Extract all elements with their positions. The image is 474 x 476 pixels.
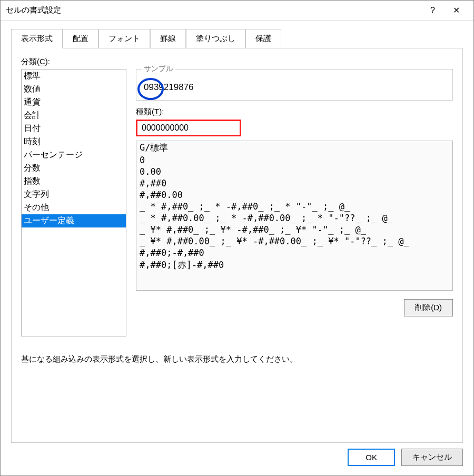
titlebar: セルの書式設定 ? ✕ — [1, 1, 473, 21]
tab-body: 分類(C): 標準 数値 通貨 会計 日付 時刻 パーセンテージ 分数 指数 文… — [11, 48, 463, 443]
list-item[interactable]: 標準 — [22, 70, 126, 83]
hint-text: 基になる組み込みの表示形式を選択し、新しい表示形式を入力してください。 — [21, 354, 453, 364]
format-item[interactable]: _ ¥* #,##0_ ;_ ¥* -#,##0_ ;_ ¥* "-"_ ;_ … — [136, 224, 452, 235]
tab-border[interactable]: 罫線 — [150, 29, 186, 48]
list-item[interactable]: 数値 — [22, 83, 126, 96]
list-item[interactable]: 分数 — [22, 162, 126, 175]
cancel-button[interactable]: キャンセル — [401, 449, 463, 466]
list-item[interactable]: その他 — [22, 201, 126, 214]
tab-number-format[interactable]: 表示形式 — [11, 29, 63, 48]
ok-button[interactable]: OK — [348, 449, 395, 466]
type-input[interactable] — [136, 120, 241, 136]
list-item[interactable]: 日付 — [22, 122, 126, 135]
format-item[interactable]: G/標準 — [136, 141, 452, 154]
format-cells-dialog: セルの書式設定 ? ✕ 表示形式 配置 フォント 罫線 塗りつぶし 保護 分類(… — [0, 0, 474, 476]
tab-alignment[interactable]: 配置 — [63, 29, 98, 48]
format-item[interactable]: #,##0 — [136, 177, 452, 189]
right-column: サンプル 0939219876 種類(T): G/標準 0 0.00 #,##0… — [136, 69, 453, 343]
list-item[interactable]: 指数 — [22, 175, 126, 188]
dialog-footer: OK キャンセル — [1, 449, 473, 475]
list-item[interactable]: 文字列 — [22, 188, 126, 201]
list-item-custom[interactable]: ユーザー定義 — [22, 214, 126, 227]
category-label: 分類(C): — [21, 57, 453, 67]
sample-box: サンプル 0939219876 — [136, 69, 453, 101]
format-item[interactable]: _ * #,##0.00_ ;_ * -#,##0.00_ ;_ * "-"??… — [136, 212, 452, 224]
type-label: 種類(T): — [136, 107, 453, 117]
help-button[interactable]: ? — [421, 1, 445, 21]
list-item[interactable]: 通貨 — [22, 96, 126, 109]
dialog-title: セルの書式設定 — [6, 5, 421, 15]
tab-protection[interactable]: 保護 — [245, 29, 281, 48]
sample-label: サンプル — [142, 64, 175, 74]
list-item[interactable]: パーセンテージ — [22, 148, 126, 162]
tab-strip: 表示形式 配置 フォント 罫線 塗りつぶし 保護 — [1, 21, 473, 48]
format-item[interactable]: _ ¥* #,##0.00_ ;_ ¥* -#,##0.00_ ;_ ¥* "-… — [136, 235, 452, 247]
format-item[interactable]: #,##0.00 — [136, 189, 452, 201]
delete-button[interactable]: 削除(D) — [404, 299, 453, 316]
format-code-list[interactable]: G/標準 0 0.00 #,##0 #,##0.00 _ * #,##0_ ;_… — [136, 141, 453, 291]
close-button[interactable]: ✕ — [445, 1, 468, 21]
list-item[interactable]: 時刻 — [22, 135, 126, 148]
format-item[interactable]: 0 — [136, 154, 452, 166]
tab-font[interactable]: フォント — [98, 29, 150, 48]
format-item[interactable]: #,##0;-#,##0 — [136, 247, 452, 259]
category-list[interactable]: 標準 数値 通貨 会計 日付 時刻 パーセンテージ 分数 指数 文字列 その他 … — [21, 69, 126, 336]
format-item[interactable]: #,##0;[赤]-#,##0 — [136, 259, 452, 272]
sample-value: 0939219876 — [144, 82, 194, 93]
list-item[interactable]: 会計 — [22, 109, 126, 122]
format-item[interactable]: 0.00 — [136, 166, 452, 177]
tab-fill[interactable]: 塗りつぶし — [186, 29, 245, 48]
format-item[interactable]: _ * #,##0_ ;_ * -#,##0_ ;_ * "-"_ ;_ @_ — [136, 201, 452, 212]
